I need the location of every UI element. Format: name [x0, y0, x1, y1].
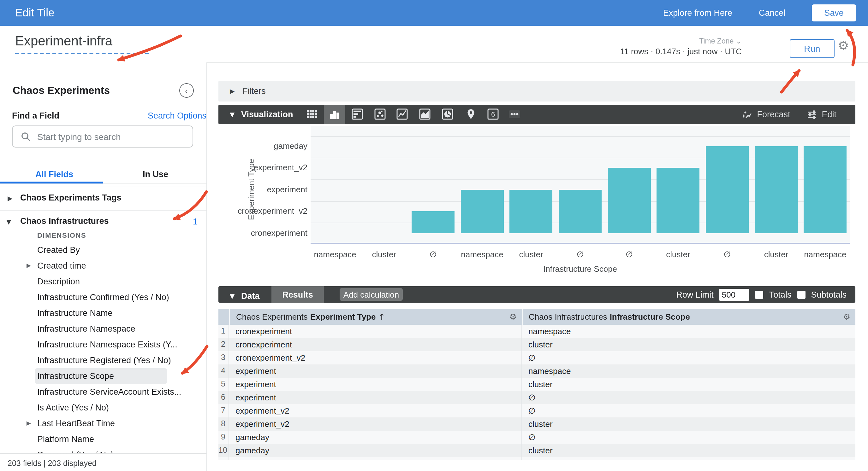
save-button[interactable]: Save: [812, 4, 856, 22]
column-gear-icon[interactable]: ⚙: [509, 312, 517, 322]
cell-infrastructure-scope: namespace: [522, 364, 856, 378]
forecast-button[interactable]: Forecast: [742, 109, 790, 120]
field-label: Infrastructure ServiceAccount Exists...: [37, 387, 181, 397]
svg-text:6: 6: [491, 110, 495, 118]
data-label[interactable]: Data: [241, 291, 260, 301]
page-title: Edit Tile: [15, 6, 55, 20]
table-row-7[interactable]: 7 experiment_v2 ∅: [218, 404, 856, 417]
field-item-infrastructure-serviceaccount-exists[interactable]: Infrastructure ServiceAccount Exists...: [0, 384, 207, 400]
field-item-is-active-yes-no[interactable]: Is Active (Yes / No): [0, 400, 207, 415]
cell-infrastructure-scope: ∅: [522, 391, 856, 404]
collapse-sidebar-button[interactable]: ‹: [179, 83, 194, 98]
cell-infrastructure-scope: namespace: [522, 457, 856, 460]
field-item-platform-name[interactable]: Platform Name: [0, 431, 207, 447]
column-prefix: Chaos Experiments: [236, 312, 308, 322]
edit-label: Edit: [822, 110, 836, 119]
field-item-infrastructure-namespace-exists-y[interactable]: Infrastructure Namespace Exists (Y...: [0, 337, 207, 352]
forecast-sparkle-icon: [742, 109, 752, 120]
table-row-1[interactable]: 1 cronexperiment namespace: [218, 325, 856, 338]
area-chart-icon[interactable]: [419, 108, 431, 120]
bar-cluster-7[interactable]: [657, 168, 700, 233]
explore-from-here-button[interactable]: Explore from Here: [663, 8, 732, 18]
tab-in-use[interactable]: In Use: [143, 170, 168, 179]
edit-viz-button[interactable]: Edit: [806, 109, 836, 120]
bar-∅-8[interactable]: [706, 146, 749, 233]
single-value-icon[interactable]: 6: [487, 108, 499, 120]
tile-title-input[interactable]: Experiment-infra: [15, 33, 149, 54]
bar-cluster-4[interactable]: [510, 190, 553, 233]
caret-right-icon[interactable]: ▶: [27, 262, 31, 269]
column-header-experiment-type[interactable]: Chaos ExperimentsExperiment Type↑ ⚙: [230, 309, 522, 325]
table-row-11[interactable]: 11 gameday namespace: [218, 457, 856, 460]
column-prefix: Chaos Infrastructures: [529, 312, 607, 322]
bar-namespace-10[interactable]: [804, 146, 846, 233]
settings-gear-icon[interactable]: ⚙: [838, 38, 849, 53]
field-item-infrastructure-namespace[interactable]: Infrastructure Namespace: [0, 321, 207, 337]
more-options-icon[interactable]: [509, 108, 520, 120]
table-row-9[interactable]: 9 gameday ∅: [218, 431, 856, 444]
row-limit-input[interactable]: [719, 289, 750, 300]
field-item-last-heartbeat-time[interactable]: ▶Last HeartBeat Time: [0, 415, 207, 431]
bar-cluster-9[interactable]: [755, 146, 798, 233]
cell-experiment-type: cronexperiment_v2: [229, 351, 522, 364]
table-row-8[interactable]: 8 experiment_v2 cluster: [218, 417, 856, 431]
cell-experiment-type: gameday: [229, 431, 522, 444]
scatter-chart-icon[interactable]: [374, 108, 386, 120]
bar-∅-5[interactable]: [559, 190, 601, 233]
filters-section-header[interactable]: ▶ Filters: [218, 81, 856, 102]
sidebar-group-infrastructures[interactable]: ▼ Chaos Infrastructures 1: [0, 211, 207, 233]
field-item-infrastructure-name[interactable]: Infrastructure Name: [0, 305, 207, 321]
bar-∅-6[interactable]: [608, 168, 651, 233]
field-item-infrastructure-registered-yes-no[interactable]: Infrastructure Registered (Yes / No): [0, 352, 207, 368]
bar-namespace-3[interactable]: [461, 190, 503, 233]
map-chart-icon[interactable]: [465, 108, 476, 120]
query-stats: 11 rows · 0.147s · just now · UTC: [620, 47, 742, 56]
results-tab[interactable]: Results: [272, 286, 324, 303]
cell-infrastructure-scope: cluster: [522, 338, 856, 351]
pie-chart-icon[interactable]: [442, 108, 453, 120]
table-row-5[interactable]: 5 experiment cluster: [218, 378, 856, 391]
field-label: Platform Name: [37, 434, 94, 444]
table-row-3[interactable]: 3 cronexperiment_v2 ∅: [218, 351, 856, 364]
cell-experiment-type: cronexperiment: [229, 325, 522, 338]
row-limit-label: Row Limit: [676, 290, 714, 299]
subtotals-label: Subtotals: [811, 290, 846, 299]
add-calculation-button[interactable]: Add calculation: [340, 288, 403, 301]
field-label: Created By: [37, 245, 80, 255]
bar-∅-2[interactable]: [411, 211, 455, 233]
tab-all-fields[interactable]: All Fields: [35, 170, 73, 179]
field-item-created-by[interactable]: Created By: [0, 242, 207, 258]
field-item-description[interactable]: Description: [0, 274, 207, 290]
column-header-infrastructure-scope[interactable]: Chaos InfrastructuresInfrastructure Scop…: [522, 309, 856, 325]
sidebar-group-tags[interactable]: ▶ Chaos Experiments Tags: [0, 187, 207, 210]
table-row-4[interactable]: 4 experiment namespace: [218, 364, 856, 378]
bar-chart-icon[interactable]: [352, 108, 363, 120]
subtotals-checkbox[interactable]: [797, 290, 805, 299]
field-label: Infrastructure Namespace Exists (Y...: [37, 340, 177, 349]
line-chart-icon[interactable]: [397, 108, 408, 120]
table-row-10[interactable]: 10 gameday cluster: [218, 444, 856, 457]
row-number: 4: [218, 364, 229, 378]
caret-right-icon[interactable]: ▶: [27, 420, 31, 426]
table-row-6[interactable]: 6 experiment ∅: [218, 391, 856, 404]
chevron-left-icon: ‹: [185, 86, 188, 96]
cell-infrastructure-scope: ∅: [522, 431, 856, 444]
totals-checkbox[interactable]: [755, 290, 764, 299]
search-input[interactable]: [36, 131, 184, 142]
column-gear-icon[interactable]: ⚙: [843, 312, 850, 322]
cancel-button[interactable]: Cancel: [759, 8, 785, 18]
field-item-created-time[interactable]: ▶Created time: [0, 258, 207, 274]
x-tick-label: ∅: [408, 250, 458, 259]
cell-experiment-type: experiment_v2: [229, 404, 522, 417]
column-chart-icon[interactable]: [329, 108, 340, 120]
table-chart-icon[interactable]: [306, 108, 317, 120]
field-item-infrastructure-confirmed-yes-no[interactable]: Infrastructure Confirmed (Yes / No): [0, 290, 207, 305]
field-item-infrastructure-scope[interactable]: Infrastructure Scope: [0, 368, 207, 384]
table-row-2[interactable]: 2 cronexperiment cluster: [218, 338, 856, 351]
field-label: Infrastructure Scope: [37, 371, 114, 381]
fields-in-use-count: 1: [193, 217, 197, 226]
search-options-link[interactable]: Search Options: [148, 111, 207, 121]
time-zone-selector[interactable]: Time Zone ⌄: [699, 37, 742, 45]
run-button[interactable]: Run: [790, 39, 835, 58]
field-search-box[interactable]: [12, 126, 193, 147]
